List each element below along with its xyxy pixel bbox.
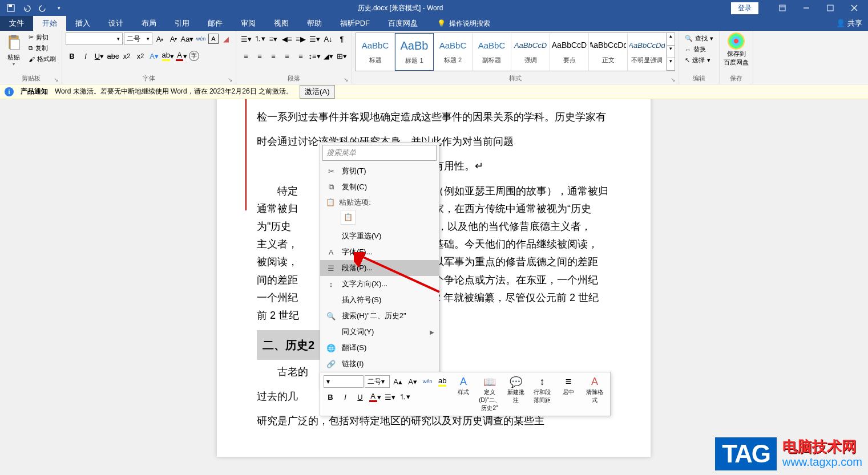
undo-icon[interactable] (21, 2, 33, 14)
italic-button[interactable]: I (79, 50, 92, 62)
paragraph-launcher[interactable]: ↘ (344, 76, 348, 83)
mini-bullets[interactable]: ☰▾ (383, 390, 397, 404)
login-button[interactable]: 登录 (731, 2, 758, 14)
phonetic-guide-button[interactable]: wén (195, 33, 207, 45)
mini-comment[interactable]: 💬新建批注 (504, 375, 528, 405)
mini-define[interactable]: 📖定义(D)"二、历史2" (478, 375, 502, 413)
mini-center[interactable]: ≡居中 (556, 375, 580, 397)
enclose-char-button[interactable]: 字 (189, 51, 199, 61)
share-button[interactable]: 👤 共享 (836, 16, 862, 31)
styles-launcher[interactable]: ↘ (671, 76, 675, 83)
activate-button[interactable]: 激活(A) (300, 85, 335, 99)
grow-font-button[interactable]: A▴ (154, 33, 166, 45)
tab-help[interactable]: 帮助 (298, 16, 331, 31)
redo-icon[interactable] (37, 2, 49, 14)
paste-keep-source-icon[interactable]: 📋 (341, 210, 356, 225)
minimize-icon[interactable] (795, 0, 818, 16)
styles-more-icon[interactable]: ▾ (667, 58, 675, 71)
mini-font-color[interactable]: A▾ (368, 390, 382, 404)
ctx-hanzi[interactable]: 汉字重选(V) (320, 228, 439, 244)
paste-button[interactable]: 粘贴 ▾ (3, 33, 24, 67)
borders-button[interactable]: ⊞▾ (336, 50, 348, 62)
ctx-translate[interactable]: 🌐翻译(S) (320, 340, 439, 356)
bullets-button[interactable]: ☰▾ (240, 33, 252, 45)
decrease-indent-button[interactable]: ◀≡ (281, 33, 293, 45)
mini-bold[interactable]: B (324, 390, 337, 404)
cut-button[interactable]: ✂剪切 (26, 33, 58, 42)
style-item[interactable]: AaBbC副标题 (473, 33, 511, 71)
highlight-button[interactable]: ab▾ (162, 50, 174, 62)
ctx-search[interactable]: 🔍搜索(H)"二、历史2" (320, 308, 439, 324)
save-icon[interactable] (5, 2, 17, 14)
font-color-button[interactable]: A▾ (175, 50, 188, 62)
mini-styles[interactable]: A样式 (451, 375, 475, 397)
asian-layout-button[interactable]: ☰▾ (308, 33, 321, 45)
shading-button[interactable]: ◢▾ (322, 50, 334, 62)
justify-button[interactable]: ≡ (281, 50, 293, 62)
ctx-direction[interactable]: ↕文字方向(X)... (320, 276, 439, 292)
style-item[interactable]: AaBbCcDd正文 (589, 33, 628, 71)
clipboard-launcher[interactable]: ↘ (54, 76, 58, 83)
tab-home[interactable]: 开始 (33, 16, 66, 31)
styles-gallery[interactable]: AaBbC标题AaBb标题 1AaBbC标题 2AaBbC副标题AaBbCcD强… (356, 33, 675, 71)
clear-formatting-button[interactable]: ◢ (220, 33, 232, 45)
style-item[interactable]: AaBb标题 1 (395, 33, 434, 71)
mini-grow-font[interactable]: A▴ (391, 375, 405, 388)
tell-me-search[interactable]: 💡 操作说明搜索 (431, 16, 496, 31)
ctx-symbol[interactable]: 插入符号(S) (320, 292, 439, 308)
align-right-button[interactable]: ≡ (267, 50, 280, 62)
context-search-input[interactable]: 搜索菜单 (322, 145, 437, 161)
ribbon-options-icon[interactable] (771, 0, 794, 16)
ctx-link[interactable]: 🔗链接(I) (320, 356, 439, 372)
mini-shrink-font[interactable]: A▾ (406, 375, 419, 388)
mini-line-spacing[interactable]: ↕行和段落间距 (530, 375, 554, 405)
strike-button[interactable]: abc (107, 50, 119, 62)
tab-layout[interactable]: 布局 (132, 16, 165, 31)
change-case-button[interactable]: Aa▾ (181, 33, 193, 45)
style-item[interactable]: AaBbCcDd不明显强调 (628, 33, 667, 71)
close-icon[interactable] (843, 0, 866, 16)
ctx-paragraph[interactable]: ☰段落(P)... (320, 260, 439, 276)
superscript-button[interactable]: x2 (134, 50, 147, 62)
style-item[interactable]: AaBbCcD要点 (550, 33, 589, 71)
style-item[interactable]: AaBbCcD强调 (511, 33, 550, 71)
style-item[interactable]: AaBbC标题 (356, 33, 395, 71)
show-marks-button[interactable]: ¶ (336, 33, 348, 45)
text-effects-button[interactable]: A▾ (148, 50, 160, 62)
ctx-cut[interactable]: ✂剪切(T) (320, 163, 439, 179)
tab-baidu[interactable]: 百度网盘 (379, 16, 427, 31)
mini-highlight[interactable]: ab (435, 375, 449, 388)
copy-button[interactable]: ⧉复制 (26, 43, 58, 53)
tab-insert[interactable]: 插入 (66, 16, 99, 31)
styles-down-icon[interactable]: ▾ (667, 46, 675, 58)
line-spacing-button[interactable]: ↕≡▾ (308, 50, 321, 62)
shrink-font-button[interactable]: A▾ (167, 33, 180, 45)
tab-design[interactable]: 设计 (99, 16, 132, 31)
tab-mail[interactable]: 邮件 (199, 16, 232, 31)
distribute-button[interactable]: ≡ (294, 50, 307, 62)
tab-view[interactable]: 视图 (265, 16, 298, 31)
mini-phonetic[interactable]: wén (421, 375, 434, 388)
multilevel-button[interactable]: ≡▾ (267, 33, 280, 45)
find-button[interactable]: 🔍查找 ▾ (683, 34, 716, 43)
align-left-button[interactable]: ≡ (240, 50, 252, 62)
format-painter-button[interactable]: 🖌格式刷 (26, 54, 58, 64)
mini-italic[interactable]: I (338, 390, 352, 404)
font-launcher[interactable]: ↘ (228, 76, 232, 83)
select-button[interactable]: ↖选择 ▾ (683, 55, 716, 65)
font-size-combo[interactable]: 二号▾ (124, 33, 152, 45)
mini-numbering[interactable]: ⒈▾ (398, 390, 411, 404)
mini-size-combo[interactable]: 二号▾ (365, 375, 390, 388)
maximize-icon[interactable] (819, 0, 842, 16)
baidu-save-button[interactable]: 保存到 百度网盘 (723, 33, 749, 67)
sort-button[interactable]: A↓ (322, 33, 334, 45)
ctx-font[interactable]: A字体(F)... (320, 244, 439, 260)
styles-up-icon[interactable]: ▴ (667, 33, 675, 46)
ctx-synonym[interactable]: 同义词(Y)▶ (320, 324, 439, 340)
increase-indent-button[interactable]: ≡▶ (294, 33, 307, 45)
replace-button[interactable]: ↔替换 (683, 44, 716, 54)
numbering-button[interactable]: ⒈▾ (253, 33, 266, 45)
tab-references[interactable]: 引用 (165, 16, 199, 31)
mini-clear[interactable]: A清除格式 (583, 375, 607, 405)
font-name-combo[interactable]: ▾ (66, 33, 123, 45)
